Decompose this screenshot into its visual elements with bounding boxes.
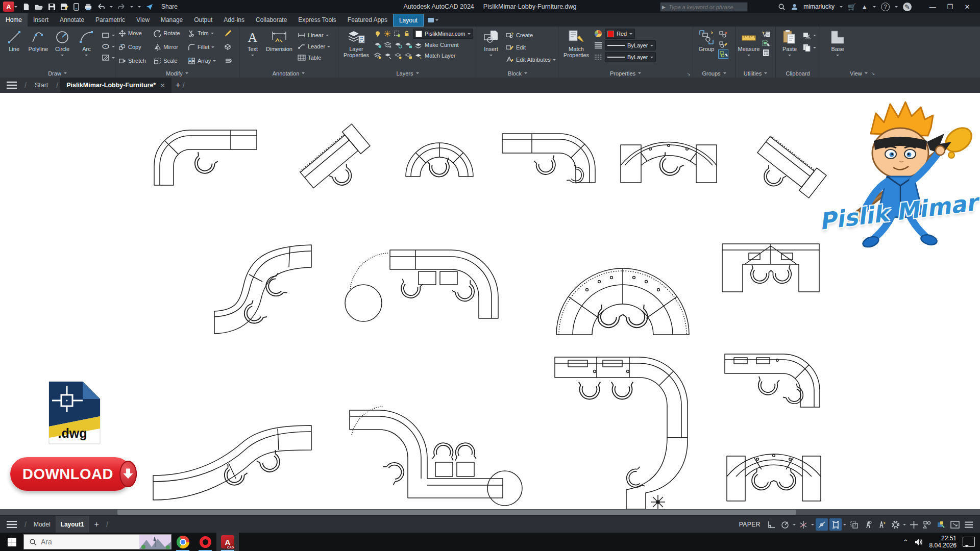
tab-output[interactable]: Output <box>188 13 218 27</box>
share-icon[interactable] <box>145 3 154 11</box>
osnap-tracking-toggle[interactable] <box>816 518 828 531</box>
line-button[interactable]: Line <box>2 29 26 52</box>
status-customization-menu[interactable] <box>963 518 975 531</box>
panel-annotation-footer[interactable]: Annotation <box>239 69 338 78</box>
panel-properties-footer[interactable]: Properties↘ <box>558 69 693 78</box>
file-tab-start[interactable]: Start <box>29 78 54 93</box>
group-edit-icon[interactable] <box>719 40 728 48</box>
tab-express-tools[interactable]: Express Tools <box>292 13 341 27</box>
furniture-block[interactable] <box>406 143 473 179</box>
ellipse-button[interactable] <box>102 42 115 51</box>
restore-button[interactable]: ❐ <box>941 0 959 13</box>
polyline-button[interactable]: Polyline <box>26 29 50 52</box>
layout-menu-icon[interactable] <box>6 521 17 528</box>
taskbar-opera-icon[interactable] <box>194 533 216 551</box>
paper-space-button[interactable]: PAPER <box>739 521 761 528</box>
username-label[interactable]: mimarlucky <box>803 3 835 10</box>
taskbar-autocad-icon[interactable]: ACAD <box>216 533 239 551</box>
panel-modify-footer[interactable]: Modify <box>115 69 239 78</box>
search-highlight-image[interactable] <box>139 535 171 549</box>
hidden-icons-chevron-icon[interactable]: ⌃ <box>903 538 909 546</box>
array-button[interactable]: Array <box>188 56 220 65</box>
panel-utilities-footer[interactable]: Utilities <box>736 69 775 78</box>
layer-thaw-sun-icon[interactable] <box>384 30 391 37</box>
furniture-block[interactable] <box>621 142 717 183</box>
search-scope-arrow-icon[interactable]: ▶ <box>662 5 666 10</box>
feedback-icon[interactable]: ✎ <box>903 3 912 11</box>
new-layout-button[interactable]: + <box>89 516 104 533</box>
match-layer-button[interactable]: Match Layer <box>415 51 456 60</box>
help-search-field[interactable]: ▶ <box>660 2 748 12</box>
furniture-block[interactable] <box>746 133 826 210</box>
layer-fade-icon[interactable] <box>395 53 402 59</box>
furniture-block[interactable] <box>725 354 820 408</box>
polar-caret-icon[interactable] <box>793 524 796 527</box>
copy-clip-button[interactable] <box>802 43 816 52</box>
panel-block-footer[interactable]: Block <box>477 69 558 78</box>
layer-off-icon[interactable] <box>374 42 382 48</box>
taskbar-search-input[interactable] <box>40 537 124 546</box>
grid-display-toggle[interactable] <box>765 518 777 531</box>
mobile-icon[interactable] <box>73 3 80 11</box>
layer-lock-icon[interactable] <box>403 30 410 37</box>
tab-addins[interactable]: Add-ins <box>218 13 250 27</box>
annotation-visibility-toggle[interactable] <box>862 518 874 531</box>
hatch-button[interactable] <box>102 53 115 62</box>
minimize-button[interactable]: — <box>924 0 941 13</box>
help-caret-icon[interactable] <box>895 6 898 9</box>
layout1-tab[interactable]: Layout1 <box>56 516 89 533</box>
close-button[interactable]: ✕ <box>959 0 976 13</box>
tab-view[interactable]: View <box>131 13 155 27</box>
tab-home[interactable]: Home <box>0 13 28 27</box>
panel-layers-footer[interactable]: Layers <box>338 69 477 78</box>
block-edit-button[interactable]: Edit <box>506 43 556 52</box>
group-selection-toggle-icon[interactable] <box>719 50 728 58</box>
fillet-button[interactable]: Fillet <box>188 42 220 52</box>
workspace-gear-icon[interactable] <box>889 518 901 531</box>
layer-lock2-icon[interactable] <box>405 42 412 48</box>
share-label[interactable]: Share <box>161 3 178 10</box>
mirror-button[interactable]: Mirror <box>154 42 184 52</box>
layer-off2-icon[interactable] <box>374 53 382 59</box>
furniture-block[interactable] <box>154 130 257 185</box>
scale-button[interactable]: Scale <box>154 56 184 65</box>
arc-button[interactable]: Arc <box>75 29 99 58</box>
paste-button[interactable]: Paste <box>778 29 801 58</box>
graphics-performance-toggle[interactable] <box>935 518 947 531</box>
ribbon-display-toggle[interactable] <box>428 13 438 27</box>
copy-button[interactable]: Copy <box>118 42 150 52</box>
furniture-block[interactable] <box>345 250 498 321</box>
layer-unlock-icon[interactable] <box>405 53 412 59</box>
move-button[interactable]: Move <box>118 29 150 38</box>
open-file-icon[interactable] <box>35 3 43 11</box>
crosshair-plus-icon[interactable] <box>908 518 920 531</box>
workspace-caret-icon[interactable] <box>903 524 906 527</box>
panel-view-footer[interactable]: View↘ <box>820 69 974 78</box>
tab-featured-apps[interactable]: Featured Apps <box>342 13 393 27</box>
layer-on-bulb-icon[interactable] <box>374 30 381 37</box>
file-tab-active-doc[interactable]: PislikMimar-Lobby-Furniture* ✕ <box>60 78 172 93</box>
app-menu-caret-icon[interactable] <box>14 6 17 9</box>
panel-groups-footer[interactable]: Groups <box>693 69 735 78</box>
tab-parametric[interactable]: Parametric <box>90 13 131 27</box>
autodesk-icon[interactable]: ▲ <box>861 3 868 11</box>
tab-insert[interactable]: Insert <box>28 13 54 27</box>
save-as-icon[interactable] <box>60 3 68 11</box>
polar-tracking-toggle[interactable] <box>779 518 791 531</box>
furniture-block[interactable] <box>214 245 311 334</box>
plot-icon[interactable] <box>84 3 92 11</box>
furniture-block[interactable] <box>556 268 689 335</box>
explode-button[interactable] <box>224 42 236 52</box>
furniture-block[interactable] <box>502 134 595 186</box>
block-create-button[interactable]: Create <box>506 31 556 40</box>
furniture-block[interactable] <box>298 124 380 203</box>
insert-button[interactable]: Insert <box>479 29 503 58</box>
make-current-button[interactable]: Make Current <box>415 40 459 49</box>
close-tab-icon[interactable]: ✕ <box>160 82 165 89</box>
layer-vpfreeze-icon[interactable] <box>395 42 402 48</box>
trim-button[interactable]: Trim <box>188 29 220 38</box>
furniture-block[interactable] <box>350 406 522 506</box>
user-caret-icon[interactable] <box>840 6 843 9</box>
clock[interactable]: 22:51 8.04.2026 <box>929 535 957 549</box>
color-dropdown[interactable]: Red <box>605 29 635 39</box>
